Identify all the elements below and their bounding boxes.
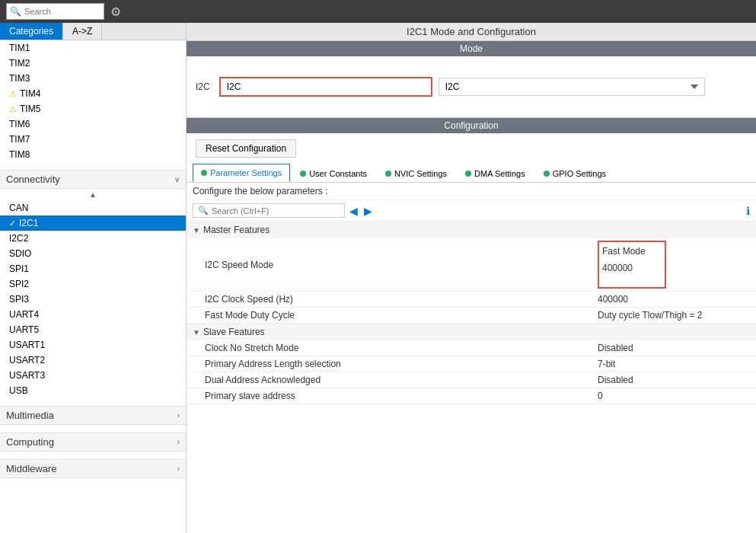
gear-icon[interactable]: ⚙: [110, 5, 121, 19]
spi3-label: SPI3: [9, 294, 29, 305]
sidebar-item-tim3[interactable]: TIM3: [0, 71, 186, 86]
sidebar-item-i2c1[interactable]: ✓ I2C1: [0, 215, 186, 231]
sidebar-item-sdio[interactable]: SDIO: [0, 246, 186, 261]
speed-mode-value2: 400000: [602, 260, 659, 277]
sidebar-section-middleware[interactable]: Middleware ›: [0, 459, 186, 478]
i2c2-label: I2C2: [9, 233, 28, 244]
no-stretch-name: Clock No Stretch Mode: [205, 343, 598, 353]
param-row-clock-speed: I2C Clock Speed (Hz) 400000: [187, 292, 756, 308]
no-stretch-value: Disabled: [598, 343, 750, 353]
sidebar-item-spi3[interactable]: SPI3: [0, 292, 186, 307]
tim2-label: TIM2: [9, 58, 30, 69]
sidebar-content: TIM1 TIM2 TIM3 ⚠ TIM4 ⚠ TIM5 TIM6 TIM7 T…: [0, 40, 186, 533]
tim7-label: TIM7: [9, 134, 30, 145]
sidebar-item-tim2[interactable]: TIM2: [0, 56, 186, 71]
sidebar-item-usb[interactable]: USB: [0, 383, 186, 398]
tim4-label: TIM4: [20, 88, 40, 99]
nav-next-icon[interactable]: ▶: [362, 205, 374, 217]
multimedia-label: Multimedia: [6, 410, 54, 421]
content-area: I2C1 Mode and Configuration Mode I2C I2C…: [187, 23, 756, 533]
scroll-up-arrow[interactable]: ▲: [0, 189, 186, 200]
speed-mode-value: Fast Mode 400000: [598, 241, 750, 289]
param-row-duty-cycle: Fast Mode Duty Cycle Duty cycle Tlow/Thi…: [187, 308, 756, 324]
tab-parameter-settings[interactable]: Parameter Settings: [193, 164, 290, 182]
sidebar: Categories A->Z TIM1 TIM2 TIM3 ⚠ TIM4 ⚠ …: [0, 23, 187, 533]
sidebar-item-tim5[interactable]: ⚠ TIM5: [0, 101, 186, 116]
sidebar-item-tim4[interactable]: ⚠ TIM4: [0, 86, 186, 101]
sidebar-item-tim7[interactable]: TIM7: [0, 132, 186, 147]
slave-chevron-icon: ▼: [193, 328, 200, 337]
duty-cycle-value: Duty cycle Tlow/Thigh = 2: [598, 310, 750, 321]
computing-expand-icon: ›: [177, 438, 180, 446]
mode-dropdown[interactable]: I2C Disabled: [439, 78, 705, 96]
sidebar-item-usart2[interactable]: USART2: [0, 353, 186, 368]
nav-prev-icon[interactable]: ◀: [348, 205, 359, 217]
param-settings-dot: [201, 170, 207, 176]
slave-features-header[interactable]: ▼ Slave Features: [187, 324, 756, 340]
sidebar-section-computing[interactable]: Computing ›: [0, 432, 186, 452]
mode-input-box[interactable]: I2C: [219, 77, 432, 97]
tab-az[interactable]: A->Z: [63, 23, 102, 40]
dma-dot: [465, 171, 471, 177]
user-constants-dot: [300, 171, 306, 177]
global-search-box[interactable]: 🔍: [6, 3, 104, 20]
tab-user-constants[interactable]: User Constants: [292, 164, 375, 182]
global-search-input[interactable]: [24, 7, 100, 16]
master-features-header[interactable]: ▼ Master Features: [187, 222, 756, 238]
mode-label: I2C: [196, 81, 210, 92]
sidebar-item-spi2[interactable]: SPI2: [0, 276, 186, 292]
sidebar-item-uart5[interactable]: UART5: [0, 322, 186, 337]
sidebar-section-connectivity[interactable]: Connectivity ∨: [0, 170, 186, 189]
usb-label: USB: [9, 385, 28, 396]
sidebar-item-usart3[interactable]: USART3: [0, 368, 186, 383]
usart2-label: USART2: [9, 355, 45, 365]
tim5-label: TIM5: [20, 104, 40, 114]
page-title: I2C1 Mode and Configuration: [407, 26, 536, 37]
config-tabs: Parameter Settings User Constants NVIC S…: [187, 164, 756, 183]
duty-cycle-name: Fast Mode Duty Cycle: [205, 310, 598, 321]
sdio-label: SDIO: [9, 248, 31, 259]
sidebar-item-tim8[interactable]: TIM8: [0, 147, 186, 162]
param-search-icon: 🔍: [198, 206, 209, 215]
tim1-label: TIM1: [9, 43, 30, 53]
sidebar-item-i2c2[interactable]: I2C2: [0, 231, 186, 246]
info-icon[interactable]: ℹ: [746, 205, 750, 217]
master-features-label: Master Features: [203, 225, 270, 235]
top-bar: 🔍 ⚙: [0, 0, 756, 23]
title-bar: I2C1 Mode and Configuration: [187, 23, 756, 41]
param-search-input[interactable]: [212, 206, 303, 215]
spi2-label: SPI2: [9, 279, 29, 289]
param-search-box[interactable]: 🔍: [193, 203, 345, 218]
sidebar-item-spi1[interactable]: SPI1: [0, 261, 186, 276]
dma-label: DMA Settings: [474, 169, 525, 178]
nvic-dot: [385, 171, 391, 177]
param-row-speed-mode: I2C Speed Mode Fast Mode 400000: [187, 238, 756, 292]
connectivity-expand-icon: ∨: [174, 175, 180, 184]
tab-categories[interactable]: Categories: [0, 23, 63, 40]
reset-config-button[interactable]: Reset Configuration: [196, 139, 296, 158]
slave-addr-value: 0: [598, 391, 750, 401]
tim3-label: TIM3: [9, 73, 30, 84]
tab-nvic-settings[interactable]: NVIC Settings: [377, 164, 455, 182]
tim5-warning-icon: ⚠: [9, 104, 17, 114]
connectivity-label: Connectivity: [6, 174, 60, 185]
config-section: Configuration Reset Configuration Parame…: [187, 118, 756, 533]
middleware-expand-icon: ›: [177, 464, 180, 473]
params-content: ▼ Master Features I2C Speed Mode Fast Mo…: [187, 222, 756, 533]
tim4-warning-icon: ⚠: [9, 89, 17, 99]
sidebar-item-uart4[interactable]: UART4: [0, 307, 186, 322]
speed-mode-name: I2C Speed Mode: [205, 260, 598, 270]
config-header: Configuration: [187, 118, 756, 133]
uart4-label: UART4: [9, 309, 39, 320]
multimedia-expand-icon: ›: [177, 411, 180, 420]
mode-header: Mode: [187, 41, 756, 56]
tab-gpio-settings[interactable]: GPIO Settings: [535, 164, 614, 182]
sidebar-item-can[interactable]: CAN: [0, 200, 186, 215]
sidebar-section-multimedia[interactable]: Multimedia ›: [0, 406, 186, 425]
sidebar-item-usart1[interactable]: USART1: [0, 337, 186, 353]
sidebar-item-tim1[interactable]: TIM1: [0, 40, 186, 56]
tab-dma-settings[interactable]: DMA Settings: [457, 164, 534, 182]
sidebar-item-tim6[interactable]: TIM6: [0, 116, 186, 132]
param-row-no-stretch: Clock No Stretch Mode Disabled: [187, 340, 756, 356]
dual-addr-value: Disabled: [598, 375, 750, 385]
